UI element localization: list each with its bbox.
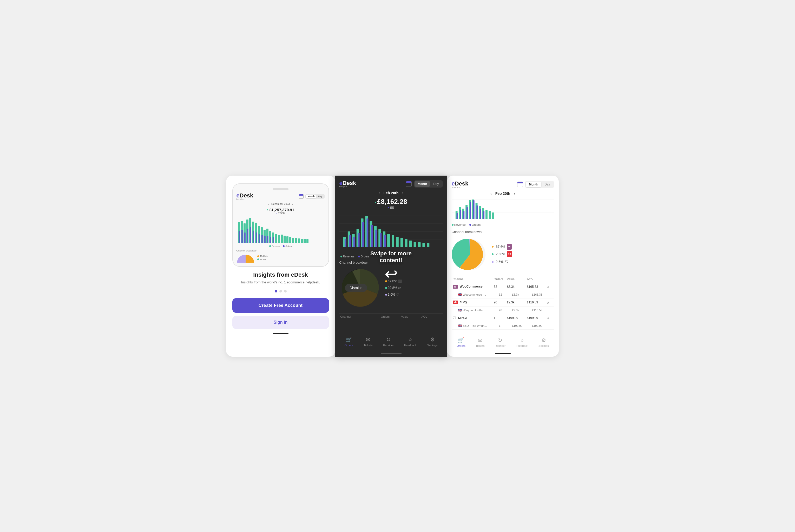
svg-rect-67 bbox=[362, 222, 364, 247]
nav-repricer-s3[interactable]: ↻ Repricer bbox=[495, 337, 506, 347]
svg-rect-31 bbox=[256, 232, 257, 243]
table-row: eb eBay 20 £2.3k £116.59 ∧ bbox=[452, 298, 554, 306]
feedback-icon-s2: ☆ bbox=[408, 336, 413, 343]
screen-1-onboarding: eDesk Insights Month Day ‹ December 2023… bbox=[226, 176, 335, 357]
svg-rect-87 bbox=[485, 210, 487, 219]
orders-icon-s3: 🛒 bbox=[458, 337, 464, 343]
table-row: 🇬🇧B&Q - The Wrigh... 1 £199.99 £199.99 bbox=[452, 322, 554, 329]
repricer-icon-s2: ↻ bbox=[386, 336, 391, 343]
prev-arrow[interactable]: ‹ bbox=[268, 202, 269, 206]
dismiss-button[interactable]: Dismiss bbox=[345, 284, 367, 292]
svg-rect-24 bbox=[307, 239, 309, 243]
phone-pie-s1 bbox=[237, 253, 255, 263]
table-row: W WooCommerce 32 £5.3k £165.33 ∧ bbox=[452, 283, 554, 291]
next-arrow-s3[interactable]: › bbox=[514, 191, 515, 196]
mirakl-icon: 🛡 bbox=[453, 316, 456, 320]
flag-icon: 🇬🇧 bbox=[458, 308, 462, 312]
dot-1[interactable] bbox=[275, 290, 277, 292]
svg-rect-16 bbox=[283, 235, 285, 243]
table-row: 🛡 Mirakl 1 £199.99 £199.99 ∧ bbox=[452, 314, 554, 322]
welcome-subtitle: Insights from the world's no. 1 ecommerc… bbox=[241, 280, 320, 285]
create-account-button[interactable]: Create Free Account bbox=[232, 298, 329, 313]
screen-2-pie-row: Dismiss 67.6% ⬛ 29.8% eb 2.6% 🛡 bbox=[339, 267, 443, 309]
svg-rect-22 bbox=[301, 239, 303, 243]
phone-chart-s1 bbox=[237, 217, 325, 243]
phone-stats: £1,257,370.91 7,958 bbox=[237, 208, 325, 215]
breakdown-title-s3: Channel breakdown bbox=[452, 230, 554, 234]
table-row: 🇬🇧eBay.co.uk - the... 20 £2.3k £116.59 bbox=[452, 306, 554, 314]
breakdown-title-s2: Channel breakdown bbox=[339, 261, 443, 264]
phone-controls: Month Day bbox=[299, 194, 325, 199]
tab-group-s3: Month Day bbox=[525, 181, 554, 188]
svg-rect-69 bbox=[371, 225, 373, 247]
calendar-icon-s2[interactable] bbox=[406, 181, 412, 187]
phone-mockup: eDesk Insights Month Day ‹ December 2023… bbox=[232, 184, 329, 267]
svg-rect-23 bbox=[303, 239, 306, 243]
tab-month-s3[interactable]: Month bbox=[526, 182, 541, 187]
nav-orders-s2[interactable]: 🛒 Orders bbox=[345, 336, 353, 347]
chart-legend-s2: Revenue Orders bbox=[339, 255, 443, 258]
nav-tickets-s2[interactable]: ✉ Tickets bbox=[364, 336, 372, 347]
feedback-icon-s3: ☆ bbox=[520, 337, 524, 343]
dot-3[interactable] bbox=[284, 290, 286, 292]
svg-rect-35 bbox=[267, 236, 269, 243]
screen-3-header: eDesk Insights Month Day bbox=[452, 181, 554, 188]
svg-rect-97 bbox=[480, 209, 481, 219]
svg-rect-13 bbox=[275, 234, 277, 243]
screen-2-chart bbox=[339, 213, 443, 252]
tickets-icon-s3: ✉ bbox=[478, 337, 482, 343]
nav-repricer-s2[interactable]: ↻ Repricer bbox=[383, 336, 394, 347]
svg-rect-25 bbox=[239, 231, 240, 243]
screen-2-dark: eDesk Insights Month Day ‹ Feb 20th › £8… bbox=[335, 176, 447, 357]
screen-2-header: eDesk Insights Month Day bbox=[339, 180, 443, 188]
svg-rect-68 bbox=[367, 218, 368, 247]
nav-orders-s3[interactable]: 🛒 Orders bbox=[457, 337, 465, 347]
tab-month-s1[interactable]: Month bbox=[306, 194, 316, 198]
svg-rect-15 bbox=[281, 234, 283, 243]
nav-settings-s2[interactable]: ⚙ Settings bbox=[427, 336, 438, 347]
svg-rect-66 bbox=[357, 233, 359, 247]
calendar-icon[interactable] bbox=[299, 194, 303, 199]
tab-day-s3[interactable]: Day bbox=[541, 182, 553, 187]
nav-tickets-s3[interactable]: ✉ Tickets bbox=[476, 337, 484, 347]
nav-feedback-s2[interactable]: ☆ Feedback bbox=[404, 336, 417, 347]
svg-rect-89 bbox=[492, 212, 494, 219]
flag-icon: 🇬🇧 bbox=[458, 293, 462, 297]
ebay-badge: eb bbox=[507, 251, 512, 257]
next-arrow[interactable]: › bbox=[292, 202, 293, 206]
dot-2[interactable] bbox=[279, 290, 282, 292]
prev-arrow-s2[interactable]: ‹ bbox=[378, 191, 380, 195]
svg-rect-63 bbox=[344, 239, 346, 247]
svg-rect-20 bbox=[295, 238, 297, 243]
tab-day-s1[interactable]: Day bbox=[316, 194, 324, 198]
svg-rect-34 bbox=[264, 235, 265, 243]
svg-rect-18 bbox=[289, 237, 291, 243]
next-arrow-s2[interactable]: › bbox=[402, 191, 403, 195]
svg-rect-26 bbox=[241, 230, 243, 243]
svg-rect-88 bbox=[488, 211, 491, 219]
svg-rect-19 bbox=[292, 238, 294, 243]
tab-day-s2[interactable]: Day bbox=[430, 181, 442, 187]
home-indicator-s1 bbox=[273, 333, 289, 334]
nav-settings-s3[interactable]: ⚙ Settings bbox=[538, 337, 549, 347]
svg-rect-36 bbox=[270, 236, 271, 243]
expand-icon[interactable]: ∧ bbox=[547, 316, 549, 320]
expand-icon[interactable]: ∧ bbox=[547, 300, 549, 304]
svg-rect-64 bbox=[349, 235, 351, 247]
prev-arrow-s3[interactable]: ‹ bbox=[491, 191, 492, 196]
expand-icon[interactable]: ∧ bbox=[547, 285, 549, 289]
tab-month-s2[interactable]: Month bbox=[414, 181, 430, 187]
svg-rect-30 bbox=[253, 231, 254, 243]
flag-icon: 🇬🇧 bbox=[458, 324, 462, 327]
repricer-icon-s3: ↻ bbox=[498, 337, 502, 343]
phone-pie-legend: 47.3% A 37.8% bbox=[257, 254, 268, 261]
dots-indicator bbox=[275, 290, 286, 292]
edesk-logo-s3: eDesk Insights bbox=[452, 181, 468, 188]
signin-button[interactable]: Sign In bbox=[232, 316, 329, 329]
nav-feedback-s3[interactable]: ☆ Feedback bbox=[516, 337, 528, 347]
channel-table: Channel Orders Value AOV W WooCommerce 3… bbox=[452, 276, 554, 330]
svg-rect-95 bbox=[473, 200, 474, 219]
calendar-icon-s3[interactable] bbox=[517, 182, 523, 187]
screen-3-light: eDesk Insights Month Day ‹ Feb 20th › bbox=[447, 176, 559, 357]
settings-icon-s3: ⚙ bbox=[541, 337, 546, 343]
